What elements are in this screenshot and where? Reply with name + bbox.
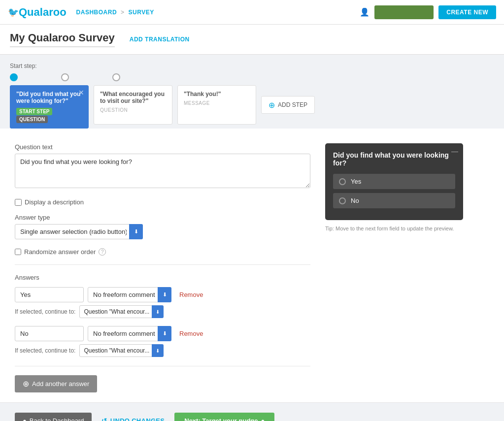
add-step-circle-icon: ⊕ — [269, 100, 275, 110]
answer-inputs-row-2: No freeform comment ⬇ Remove — [15, 326, 310, 341]
start-step-label: Start step: — [10, 63, 494, 69]
step-radio-row — [10, 73, 494, 81]
answer-inputs-row-1: No freeform comment ⬇ Remove — [15, 287, 310, 302]
question-text-label: Question text — [15, 143, 310, 151]
divider-1 — [15, 264, 310, 265]
step-radio-1[interactable] — [10, 73, 18, 81]
preview-radio-1 — [339, 178, 346, 185]
back-arrow-icon: ● — [23, 417, 27, 421]
add-step-button[interactable]: ⊕ ADD STEP — [261, 96, 315, 114]
preview-section: — Did you find what you were looking for… — [325, 143, 463, 392]
preview-question: Did you find what you were looking for? — [333, 151, 455, 167]
preview-tip: Tip: Move to the next form field to upda… — [325, 225, 463, 232]
step-card-2[interactable]: "What encouraged you to visit our site?"… — [94, 85, 172, 125]
divider-2 — [15, 366, 310, 366]
survey-title: My Qualaroo Survey — [10, 32, 115, 47]
step-card-subtitle-3: MESSAGE — [184, 100, 250, 106]
step-card-title-3: "Thank you!" — [184, 91, 250, 97]
randomize-label[interactable]: Randomize answer order — [24, 248, 96, 256]
answer-type-select-wrapper: Single answer selection (radio button) ⬇ — [15, 224, 143, 239]
add-answer-label: Add another answer — [32, 380, 89, 388]
display-description-checkbox[interactable] — [15, 199, 22, 206]
create-new-button[interactable]: CREATE NEW — [438, 5, 496, 19]
display-description-row: Display a description — [15, 198, 310, 206]
next-arrow-icon: ● — [261, 417, 265, 421]
preview-radio-2 — [339, 197, 346, 204]
freeform-select-1[interactable]: No freeform comment — [88, 287, 171, 302]
answer-type-label: Answer type — [15, 214, 310, 221]
breadcrumb-separator: > — [121, 9, 125, 16]
step-delete-button-1[interactable]: ✕ — [78, 89, 84, 97]
preview-option-label-1: Yes — [351, 178, 361, 185]
question-text-input[interactable]: Did you find what you were looking for? — [15, 154, 310, 188]
breadcrumb-survey: SURVEY — [129, 9, 154, 16]
breadcrumb-dashboard[interactable]: DASHBOARD — [76, 9, 117, 16]
continue-to-row-1: If selected, continue to: Question "What… — [15, 305, 310, 318]
preview-option-2: No — [333, 193, 455, 208]
answer-text-input-1[interactable] — [15, 287, 84, 302]
step-radio-2[interactable] — [61, 73, 69, 81]
if-selected-label-2: If selected, continue to: — [15, 347, 75, 354]
header: 🐦 Qualaroo DASHBOARD > SURVEY 👤 CREATE N… — [0, 0, 504, 25]
user-icon: 👤 — [360, 7, 370, 17]
freeform-select-2[interactable]: No freeform comment — [88, 326, 171, 341]
breadcrumb: DASHBOARD > SURVEY — [76, 9, 154, 16]
next-button[interactable]: Next: Target your nudge ● — [174, 413, 274, 421]
display-description-label[interactable]: Display a description — [25, 198, 84, 206]
preview-option-1: Yes — [333, 174, 455, 189]
user-name-bar — [374, 5, 434, 19]
add-answer-plus-icon: ⊕ — [23, 379, 29, 389]
if-selected-label-1: If selected, continue to: — [15, 308, 75, 315]
remove-answer-1[interactable]: Remove — [179, 291, 203, 298]
step-card-title-1: "Did you find what you were looking for?… — [16, 91, 82, 104]
header-right: 👤 CREATE NEW — [360, 5, 496, 19]
step-radio-3[interactable] — [112, 73, 120, 81]
footer-buttons: ● Back to Dashboard ↺ UNDO CHANGES Next:… — [0, 402, 504, 421]
answer-row-1: No freeform comment ⬇ Remove If selected… — [15, 287, 310, 318]
preview-option-label-2: No — [351, 197, 359, 204]
undo-changes-button[interactable]: ↺ UNDO CHANGES — [101, 417, 165, 421]
randomize-checkbox[interactable] — [15, 249, 21, 255]
form-section: Question text Did you find what you were… — [15, 143, 310, 392]
randomize-help-icon[interactable]: ? — [99, 248, 106, 256]
freeform-select-wrapper-1: No freeform comment ⬇ — [88, 287, 171, 302]
remove-answer-2[interactable]: Remove — [179, 330, 203, 337]
back-to-dashboard-button[interactable]: ● Back to Dashboard — [15, 413, 92, 421]
step-badges-1: START STEP QUESTION — [16, 107, 82, 123]
preview-box: — Did you find what you were looking for… — [325, 143, 463, 220]
next-label: Next: Target your nudge — [184, 417, 258, 421]
start-step-badge: START STEP — [16, 108, 52, 115]
step-card-subtitle-2: QUESTION — [100, 107, 166, 113]
answer-row-2: No freeform comment ⬇ Remove If selected… — [15, 326, 310, 357]
step-card-title-2: "What encouraged you to visit our site?" — [100, 91, 166, 104]
header-left: 🐦 Qualaroo DASHBOARD > SURVEY — [8, 6, 154, 19]
add-step-label: ADD STEP — [278, 101, 307, 108]
answer-type-group: Answer type Single answer selection (rad… — [15, 214, 310, 239]
logo-text: Qualaroo — [19, 6, 67, 19]
add-answer-button[interactable]: ⊕ Add another answer — [15, 375, 97, 392]
step-card-3[interactable]: "Thank you!" MESSAGE — [177, 85, 256, 125]
question-text-group: Question text Did you find what you were… — [15, 143, 310, 190]
logo-bird-icon: 🐦 — [8, 7, 19, 18]
continue-select-2[interactable]: Question "What encour... — [79, 344, 164, 357]
survey-title-bar: My Qualaroo Survey ADD TRANSLATION — [0, 25, 504, 55]
answer-text-input-2[interactable] — [15, 326, 84, 341]
step-card-1[interactable]: ✕ "Did you find what you were looking fo… — [10, 85, 89, 129]
steps-area: Start step: ✕ "Did you find what you wer… — [0, 55, 504, 129]
question-type-badge-1: QUESTION — [16, 116, 48, 123]
continue-select-wrapper-1: Question "What encour... ⬇ — [79, 305, 164, 318]
answer-type-select[interactable]: Single answer selection (radio button) — [15, 224, 143, 239]
logo: 🐦 Qualaroo — [8, 6, 67, 19]
randomize-row: Randomize answer order ? — [15, 248, 310, 256]
continue-select-1[interactable]: Question "What encour... — [79, 305, 164, 318]
answers-label: Answers — [15, 274, 310, 281]
undo-label: UNDO CHANGES — [110, 417, 165, 421]
minimize-icon[interactable]: — — [451, 147, 458, 155]
undo-icon: ↺ — [101, 417, 107, 421]
freeform-select-wrapper-2: No freeform comment ⬇ — [88, 326, 171, 341]
steps-cards: ✕ "Did you find what you were looking fo… — [10, 85, 494, 129]
main-content: Question text Did you find what you were… — [0, 129, 504, 402]
continue-to-row-2: If selected, continue to: Question "What… — [15, 344, 310, 357]
back-label: Back to Dashboard — [30, 417, 84, 421]
add-translation-link[interactable]: ADD TRANSLATION — [130, 36, 190, 43]
